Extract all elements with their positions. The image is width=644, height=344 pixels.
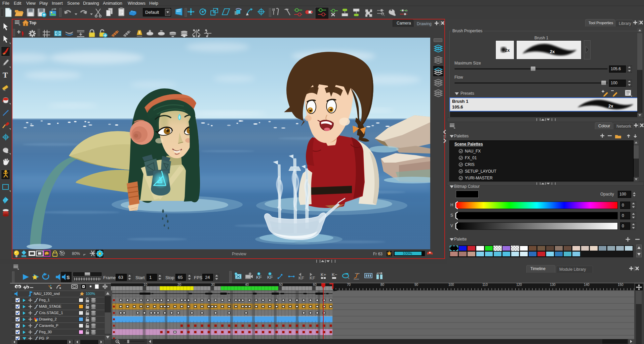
svg-text:50: 50 xyxy=(279,283,283,287)
svg-text:150: 150 xyxy=(618,283,623,287)
svg-text:70: 70 xyxy=(347,283,351,287)
svg-text:20: 20 xyxy=(177,283,182,287)
svg-text:2x: 2x xyxy=(608,103,613,109)
svg-text:10: 10 xyxy=(144,283,148,287)
svg-text:KF: KF xyxy=(256,275,262,280)
svg-text:K+: K+ xyxy=(321,272,326,277)
svg-text:90: 90 xyxy=(414,283,418,287)
svg-text:2x: 2x xyxy=(505,48,510,53)
svg-text:140: 140 xyxy=(584,283,590,287)
svg-text:KF: KF xyxy=(298,275,304,281)
svg-text:30: 30 xyxy=(211,283,215,287)
svg-text:KF: KF xyxy=(310,275,315,281)
svg-text:130: 130 xyxy=(550,283,556,287)
svg-text:80: 80 xyxy=(380,283,385,287)
svg-text:2x: 2x xyxy=(550,49,555,54)
svg-text:40: 40 xyxy=(245,283,249,287)
svg-text:KF: KF xyxy=(267,275,273,280)
svg-text:60: 60 xyxy=(313,283,317,287)
svg-text:K−: K− xyxy=(332,272,337,277)
svg-text:100: 100 xyxy=(448,283,454,287)
svg-text:120: 120 xyxy=(516,283,522,287)
svg-text:T: T xyxy=(3,71,8,79)
svg-text:110: 110 xyxy=(482,283,488,287)
svg-text:S: S xyxy=(67,275,70,280)
